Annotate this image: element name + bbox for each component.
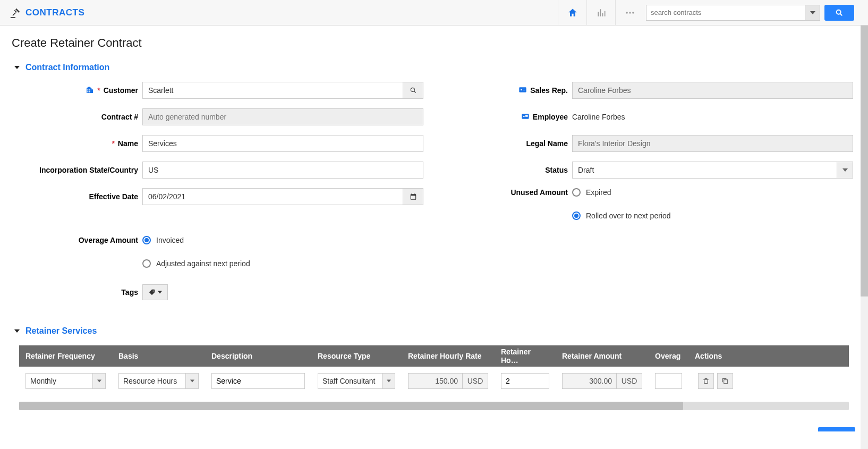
svg-rect-9 [523, 90, 525, 90]
salesrep-input [572, 82, 853, 99]
status-label: Status [545, 166, 568, 174]
customer-input[interactable] [142, 82, 403, 99]
tags-button[interactable] [142, 284, 168, 300]
overage-amount-label: Overage Amount [79, 236, 138, 244]
unused-rolled-label: Rolled over to next period [586, 211, 671, 220]
more-icon[interactable] [615, 0, 644, 25]
svg-point-1 [629, 12, 631, 13]
legalname-label: Legal Name [526, 139, 568, 148]
effective-date-input[interactable] [142, 188, 403, 205]
svg-point-0 [626, 12, 627, 13]
overage-adjusted-radio[interactable] [142, 259, 151, 268]
search-filter-dropdown[interactable] [805, 5, 820, 21]
page-title: Create Retainer Contract [12, 36, 858, 50]
basis-value: Resource Hours [123, 377, 177, 385]
unused-expired-radio[interactable] [572, 188, 581, 197]
svg-point-4 [411, 88, 414, 91]
svg-point-7 [521, 89, 522, 90]
name-label: Name [118, 139, 138, 148]
overage-input[interactable] [655, 373, 682, 389]
chevron-down-icon [13, 327, 21, 335]
rtype-value: Staff Consultant [322, 377, 375, 385]
th-actions: Actions [688, 352, 849, 360]
required-marker: * [112, 139, 114, 148]
customer-lookup-button[interactable] [403, 82, 423, 99]
svg-point-2 [632, 12, 634, 13]
primary-action-button[interactable] [818, 427, 855, 431]
legalname-input [572, 135, 853, 152]
section-retainer-services-label: Retainer Services [25, 326, 97, 336]
employee-value: Caroline Forbes [572, 113, 625, 121]
scrollbar-thumb[interactable] [861, 26, 868, 296]
inc-state-input[interactable] [142, 162, 423, 179]
search-button[interactable] [824, 5, 854, 21]
rate-value: 150.00 [408, 373, 463, 389]
rate-currency: USD [463, 373, 488, 389]
svg-point-5 [152, 291, 154, 292]
unused-rolled-radio[interactable] [572, 211, 581, 220]
chevron-down-icon [837, 162, 853, 178]
page-body: Create Retainer Contract Contract Inform… [0, 26, 868, 431]
th-rtype: Resource Type [311, 352, 402, 360]
salesrep-label: Sales Rep. [530, 86, 568, 95]
contract-no-input [142, 108, 423, 125]
contract-info-form: * Customer Contract # * [10, 82, 858, 310]
th-hours: Retainer Ho… [495, 348, 556, 365]
chevron-down-icon [185, 374, 198, 388]
th-desc: Description [205, 352, 311, 360]
svg-rect-8 [523, 89, 525, 89]
app-title-text: CONTRACTS [25, 7, 84, 18]
inc-state-label: Incorporation State/Country [39, 166, 138, 174]
form-left-col: * Customer Contract # * [15, 82, 423, 310]
unused-expired-label: Expired [586, 188, 611, 197]
freq-select[interactable]: Monthly [25, 373, 106, 389]
section-retainer-services[interactable]: Retainer Services [13, 326, 858, 336]
search-input[interactable] [646, 5, 805, 21]
copy-row-button[interactable] [717, 373, 733, 389]
page-vertical-scrollbar[interactable] [861, 26, 868, 431]
chevron-down-icon [13, 63, 21, 72]
overage-invoiced-radio[interactable] [142, 236, 151, 244]
th-overage: Overag [649, 352, 688, 360]
section-contract-info-label: Contract Information [25, 63, 109, 72]
form-right-col: Sales Rep. Employee Caroline Forbes [445, 82, 853, 310]
date-picker-button[interactable] [403, 188, 423, 205]
name-input[interactable] [142, 135, 423, 152]
app-title: CONTRACTS [10, 7, 84, 19]
reports-icon[interactable] [586, 0, 615, 25]
svg-rect-14 [724, 380, 728, 384]
customer-label: Customer [104, 86, 138, 95]
contract-no-label: Contract # [101, 113, 138, 121]
svg-rect-13 [525, 116, 528, 117]
required-marker: * [97, 86, 100, 95]
home-icon[interactable] [558, 0, 586, 25]
effective-date-label: Effective Date [89, 192, 138, 201]
tags-label: Tags [121, 288, 138, 296]
unused-amount-label: Unused Amount [510, 188, 568, 197]
chevron-down-icon [92, 374, 105, 388]
overage-adjusted-label: Adjusted against next period [156, 259, 250, 268]
scrollbar-thumb[interactable] [19, 402, 683, 410]
status-select[interactable]: Draft [572, 162, 853, 179]
idcard-icon [521, 112, 530, 122]
svg-rect-12 [525, 115, 528, 116]
desc-input[interactable] [211, 373, 305, 389]
th-rate: Retainer Hourly Rate [402, 352, 495, 360]
freq-value: Monthly [30, 377, 56, 385]
section-contract-info[interactable]: Contract Information [13, 63, 858, 72]
topbar-right [558, 0, 858, 25]
services-table: Retainer Frequency Basis Description Res… [19, 345, 849, 395]
rtype-select[interactable]: Staff Consultant [318, 373, 395, 389]
delete-row-button[interactable] [698, 373, 714, 389]
amount-value: 300.00 [562, 373, 617, 389]
basis-select[interactable]: Resource Hours [118, 373, 199, 389]
idcard-icon [518, 86, 527, 96]
hours-input[interactable] [501, 373, 549, 389]
gavel-icon [10, 7, 21, 19]
table-horizontal-scrollbar[interactable] [19, 402, 849, 410]
th-basis: Basis [112, 352, 205, 360]
employee-label: Employee [533, 113, 568, 121]
th-amount: Retainer Amount [556, 352, 649, 360]
th-freq: Retainer Frequency [19, 352, 112, 360]
table-row: Monthly Resource Hours Staff Consultant [19, 367, 849, 395]
